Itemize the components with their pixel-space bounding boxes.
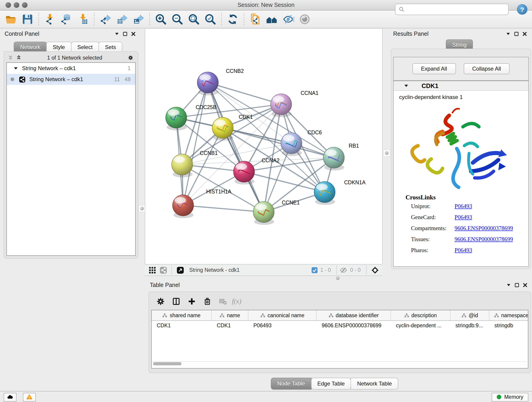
collapse-all-networks-button[interactable] [15,54,23,61]
node-CDKN1A[interactable] [314,182,335,205]
apply-preferred-layout-button[interactable] [225,12,241,27]
node-CDK1[interactable] [212,117,233,141]
tab-style[interactable]: Style [46,42,71,52]
detach-view-button[interactable] [175,265,186,275]
table-panel-close-button[interactable] [521,281,529,289]
network-view-button[interactable] [158,265,169,275]
cell-name[interactable]: CDK1 [212,323,248,328]
node-HIST1H1A[interactable] [172,195,194,218]
crosslink-link[interactable]: P06493 [455,214,472,221]
tab-network-table[interactable]: Network Table [351,378,399,390]
import-table-from-file-button[interactable] [75,12,91,27]
node-CCNB1[interactable] [172,154,193,177]
zoom-fit-content-button[interactable] [186,12,202,27]
table-horizontal-scrollbar[interactable] [152,361,526,366]
node-CCNE1[interactable] [253,201,274,225]
show-columns-button[interactable] [170,296,182,307]
gene-symbol: CDK1 [422,82,438,89]
column-header-id[interactable]: @id [450,310,489,320]
column-header-description[interactable]: description [391,310,450,320]
show-birdseye-houses-button[interactable] [264,12,279,27]
crosslink-link[interactable]: P06493 [455,247,472,254]
results-panel-close-button[interactable] [520,30,529,38]
cell-description[interactable]: cyclin-dependent ... [391,323,450,328]
column-header-canonicalname[interactable]: canonical name [248,310,317,320]
scrollbar-thumb[interactable] [153,362,181,365]
table-panel-menu-button[interactable] [505,281,513,289]
save-session-button[interactable] [20,12,35,27]
cell-namespace[interactable]: stringdb [489,323,528,328]
expander-caret-icon[interactable] [13,66,18,71]
right-splitter-handle[interactable] [383,149,390,157]
node-CCNA1[interactable] [271,94,292,117]
gene-result-header[interactable]: CDK1 [394,81,528,91]
collapse-caret-icon[interactable] [404,83,409,88]
memory-status-button[interactable]: Memory [492,393,528,401]
edge-HIST1H1A-CCNE1[interactable] [183,205,264,212]
control-panel-float-button[interactable] [121,30,129,38]
export-image-button[interactable] [131,12,146,27]
cell-databaseidentifier[interactable]: 9606.ENSP00000378699 [317,323,391,328]
zoom-in-button[interactable] [153,12,169,27]
delete-column-button[interactable] [201,296,213,307]
tab-edge-table[interactable]: Edge Table [311,378,351,390]
zoom-selected-button[interactable] [203,12,218,27]
results-panel-menu-button[interactable] [504,30,512,38]
tab-node-table[interactable]: Node Table [271,378,311,390]
expand-all-button[interactable]: Expand All [412,63,456,74]
tab-network[interactable]: Network [14,42,47,52]
search-input[interactable] [407,5,508,14]
node-CCNA2[interactable] [234,161,254,185]
column-header-databaseidentifier[interactable]: database identifier [317,310,391,320]
crosslink-link[interactable]: P06493 [455,203,472,210]
cell-canonicalname[interactable]: P06493 [248,323,317,328]
node-CCNB2[interactable] [197,72,218,95]
table-row[interactable]: CDK1CDK1P064939606.ENSP00000378699cyclin… [152,321,528,330]
birdseye-navigator-button[interactable] [369,265,380,275]
help-button[interactable]: ? [517,4,527,15]
import-network-from-file-button[interactable] [42,12,58,27]
delete-table-button[interactable] [217,296,229,307]
zoom-out-button[interactable] [170,12,185,27]
column-header-name[interactable]: name [212,310,248,320]
crosslink-link[interactable]: 9606.ENSP00000378699 [455,236,513,243]
cell-id[interactable]: stringdb:9... [450,323,489,328]
import-network-from-database-button[interactable] [59,12,74,27]
tab-select[interactable]: Select [71,42,99,52]
node-CDC25B[interactable] [166,107,187,130]
control-panel-close-button[interactable] [129,30,138,38]
export-network-button[interactable] [98,12,113,27]
expand-all-networks-button[interactable] [6,54,15,61]
network-options-gear-button[interactable] [127,54,135,61]
crosslink-link[interactable]: 9606.ENSP00000378699 [455,225,513,232]
cloud-status-button[interactable] [4,393,17,401]
bottom-splitter-handle[interactable] [335,275,341,281]
new-network-from-selection-button[interactable] [247,12,263,27]
network-canvas[interactable]: CCNB2CCNA1CDC25BCDK1CDC6RB1CCNB1CCNA2CDK… [145,29,383,264]
open-session-button[interactable] [3,12,19,27]
export-table-button[interactable] [114,12,130,27]
selected-checkbox-icon[interactable] [312,267,317,273]
collapse-all-button[interactable]: Collapse All [463,63,510,74]
node-label-HIST1H1A: HIST1H1A [206,189,232,195]
hide-graphics-details-button[interactable] [280,12,296,27]
network-tree-row[interactable]: String Network – cdk1 11 48 [7,74,135,85]
birdseye-eye-button[interactable] [297,12,312,27]
cell-sharedname[interactable]: CDK1 [152,323,212,328]
column-label: description [411,313,437,318]
column-header-sharedname[interactable]: shared name [152,310,212,320]
control-panel-menu-button[interactable] [113,30,121,38]
tab-sets[interactable]: Sets [99,42,122,52]
grid-view-button[interactable] [147,265,158,275]
node-CDC6[interactable] [281,133,302,156]
column-header-namespace[interactable]: namespace [489,310,528,320]
node-label-CCNA1: CCNA1 [301,90,318,96]
edge-CCNB2-CCNA1[interactable] [208,83,281,104]
results-panel-float-button[interactable] [512,30,520,38]
network-tree-row[interactable]: String Network – cdk1 1 [7,63,135,74]
node-RB1[interactable] [323,147,344,171]
table-panel-float-button[interactable] [513,281,521,289]
table-options-gear-button[interactable] [154,296,166,307]
warnings-button[interactable] [23,393,36,401]
add-column-button[interactable] [186,296,197,307]
